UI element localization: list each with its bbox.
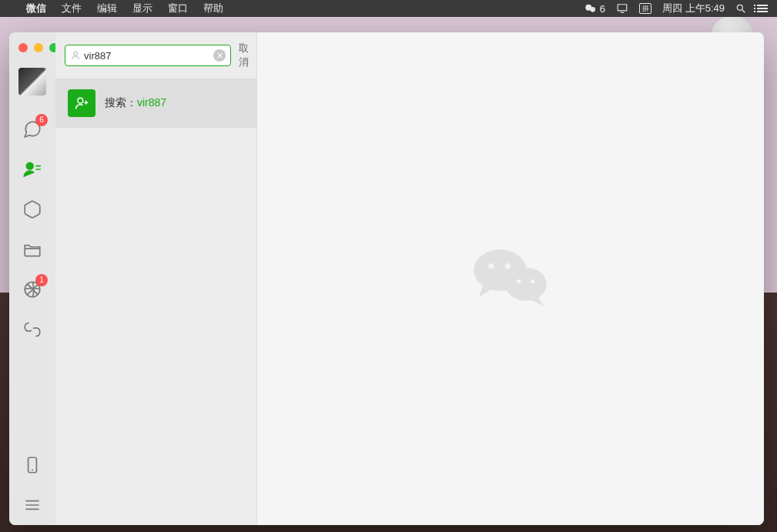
svg-point-20 <box>505 267 547 300</box>
status-screen-mirror-icon[interactable] <box>616 3 628 14</box>
wechat-window: 6 1 ✕ <box>9 32 764 525</box>
svg-point-15 <box>74 52 78 55</box>
search-result-prefix: 搜索： <box>105 96 137 109</box>
svg-point-16 <box>78 98 83 103</box>
window-controls <box>9 38 59 63</box>
app-menu[interactable]: 微信 <box>18 2 54 15</box>
search-bar: ✕ 取消 <box>55 32 256 79</box>
status-ime[interactable]: 拼 <box>639 3 651 14</box>
status-wechat-count: 6 <box>600 3 605 15</box>
svg-point-1 <box>590 7 595 12</box>
ime-label: 拼 <box>639 3 651 14</box>
status-wechat[interactable]: 6 <box>584 2 605 15</box>
clear-search-button[interactable]: ✕ <box>213 49 226 62</box>
nav-mini-programs[interactable] <box>9 309 55 350</box>
svg-point-22 <box>505 263 511 269</box>
svg-point-23 <box>517 279 521 283</box>
macos-menubar: 微信 文件 编辑 显示 窗口 帮助 6 拼 周四 上午5:49 <box>0 0 777 17</box>
svg-point-3 <box>737 5 742 10</box>
search-result-text: 搜索：vir887 <box>105 96 166 110</box>
nav-moments-badge: 1 <box>35 274 48 286</box>
sidebar-nav: 6 1 <box>9 32 55 525</box>
nav-chats[interactable]: 6 <box>9 109 55 149</box>
person-icon <box>70 50 81 61</box>
menu-window[interactable]: 窗口 <box>160 2 196 15</box>
svg-rect-2 <box>618 5 627 11</box>
menu-file[interactable]: 文件 <box>54 2 89 15</box>
minimize-button[interactable] <box>34 43 43 52</box>
control-center-icon[interactable] <box>757 5 768 12</box>
search-panel: ✕ 取消 搜索：vir887 <box>55 32 257 525</box>
search-input[interactable] <box>84 50 213 62</box>
add-friend-icon <box>68 89 95 117</box>
spotlight-icon[interactable] <box>735 3 746 14</box>
menu-help[interactable]: 帮助 <box>196 2 231 15</box>
wechat-logo-placeholder <box>468 243 553 315</box>
nav-files[interactable] <box>9 229 55 269</box>
nav-phone[interactable] <box>9 445 55 485</box>
svg-point-21 <box>488 263 494 269</box>
menu-view[interactable]: 显示 <box>125 2 160 15</box>
user-avatar[interactable] <box>18 68 46 95</box>
svg-point-24 <box>531 279 534 283</box>
nav-contacts[interactable] <box>9 149 55 189</box>
nav-moments[interactable]: 1 <box>9 269 55 309</box>
cancel-button[interactable]: 取消 <box>239 42 249 69</box>
search-result-query: vir887 <box>137 96 166 109</box>
nav-chats-badge: 6 <box>35 114 48 126</box>
svg-point-5 <box>26 162 33 169</box>
close-button[interactable] <box>18 43 28 52</box>
nav-favorites[interactable] <box>9 189 55 229</box>
svg-line-4 <box>742 10 745 13</box>
menu-edit[interactable]: 编辑 <box>89 2 125 15</box>
nav-settings[interactable] <box>9 485 55 525</box>
search-input-wrap: ✕ <box>65 45 231 66</box>
search-result-item[interactable]: 搜索：vir887 <box>55 79 256 128</box>
status-datetime[interactable]: 周四 上午5:49 <box>662 2 725 15</box>
chat-area <box>257 32 764 525</box>
